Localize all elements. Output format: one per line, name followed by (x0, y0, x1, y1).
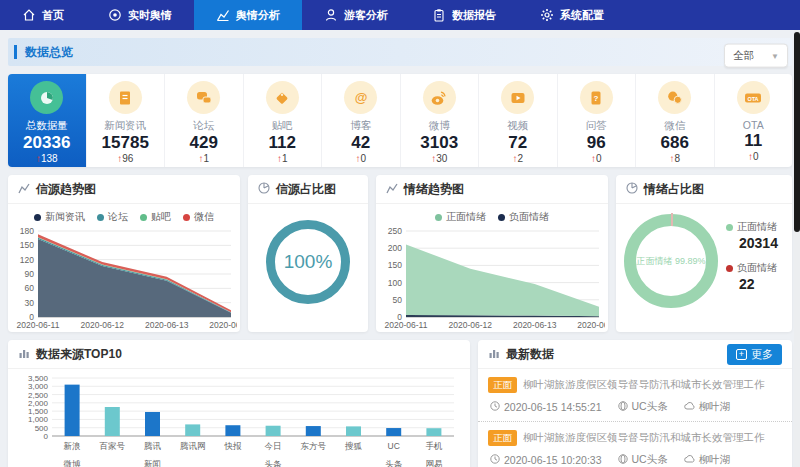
svg-text:微博: 微博 (64, 459, 82, 467)
stat-label: 论坛 (165, 119, 243, 133)
stat-value: 3103 (401, 133, 479, 153)
svg-text:2020-06-11: 2020-06-11 (17, 320, 60, 330)
list-item[interactable]: 正面 柳叶湖旅游度假区领导督导防汛和城市长效管理工作 2020-06-15 14… (478, 369, 792, 422)
clock-icon (490, 401, 500, 413)
stat-value: 112 (244, 133, 322, 153)
nav-label: 实时舆情 (128, 8, 172, 23)
video-icon (501, 81, 534, 114)
svg-text:150: 150 (388, 260, 402, 270)
nav-item-home[interactable]: 首页 (0, 0, 86, 30)
legend-item[interactable]: 正面情绪 20314 (726, 220, 778, 251)
stat-label: 视频 (479, 119, 557, 133)
weibo-icon (423, 81, 456, 114)
news-source: UC头条 (632, 400, 668, 414)
report-icon (432, 8, 446, 22)
qa-icon: ? (580, 81, 613, 114)
legend-item[interactable]: 负面情绪 (498, 210, 549, 224)
stat-card-video[interactable]: 视频 72 ↑2 (479, 74, 558, 167)
svg-text:东方号: 东方号 (301, 441, 327, 451)
stat-delta: ↑1 (165, 153, 243, 164)
stat-card-tieba[interactable]: 贴吧 112 ↑1 (244, 74, 323, 167)
stat-card-wechat[interactable]: 微信 686 ↑8 (636, 74, 715, 167)
sentiment-donut-chart: 正面情绪 99.89% (624, 214, 718, 308)
home-icon (22, 8, 36, 22)
legend-item[interactable]: 贴吧 (140, 210, 171, 224)
nav-item-report[interactable]: 数据报告 (410, 0, 518, 30)
news-source: UC头条 (632, 453, 668, 467)
svg-text:30: 30 (25, 298, 35, 308)
plus-icon: + (736, 349, 747, 360)
legend-item[interactable]: 微信 (183, 210, 214, 224)
list-item[interactable]: 正面 柳叶湖旅游度假区领导督导防汛和城市长效管理工作 2020-06-15 10… (478, 422, 792, 467)
svg-text:60: 60 (25, 283, 35, 293)
panel-source-pie: 信源占比图 100% (248, 175, 368, 332)
legend-value: 22 (739, 276, 778, 292)
news-time: 2020-06-15 10:20:33 (504, 454, 602, 466)
stat-label: 总数据量 (8, 119, 86, 133)
scrollbar-track[interactable] (794, 30, 800, 467)
nav-item-realtime[interactable]: 实时舆情 (86, 0, 194, 30)
stat-card-total[interactable]: 总数据量 20336 ↑138 (8, 74, 87, 167)
svg-text:@: @ (354, 90, 367, 105)
news-time: 2020-06-15 14:55:21 (504, 401, 602, 413)
legend-item[interactable]: 负面情绪 22 (726, 261, 778, 292)
panel-title: 数据来源TOP10 (36, 346, 122, 363)
svg-text:50: 50 (393, 295, 403, 305)
nav-label: 首页 (42, 8, 64, 23)
svg-text:百家号: 百家号 (100, 441, 126, 451)
nav-item-visitor[interactable]: 游客分析 (302, 0, 410, 30)
svg-text:2020-06-11: 2020-06-11 (385, 320, 428, 330)
more-button[interactable]: + 更多 (727, 344, 782, 365)
stat-card-weibo[interactable]: 微博 3103 ↑30 (401, 74, 480, 167)
donut-center-label: 正面情绪 99.89% (636, 255, 705, 268)
stat-card-ota[interactable]: OTA OTA 11 ↑0 (715, 74, 793, 167)
stat-card-qa[interactable]: ? 问答 96 ↑0 (558, 74, 637, 167)
source-donut-chart: 100% (266, 220, 350, 304)
stat-label: 问答 (558, 119, 636, 133)
news-title[interactable]: 柳叶湖旅游度假区领导督导防汛和城市长效管理工作 (523, 431, 765, 445)
filter-dropdown[interactable]: 全部 ▼ (724, 44, 788, 68)
nav-item-analysis[interactable]: 舆情分析 (194, 0, 302, 30)
ota-icon: OTA (737, 81, 770, 114)
svg-text:3,500: 3,500 (28, 374, 49, 383)
svg-text:2020-06-12: 2020-06-12 (81, 320, 125, 330)
globe-icon (618, 454, 628, 466)
charts-row: 信源趋势图 新闻资讯论坛贴吧微信 03060901201501802020-06… (8, 175, 792, 332)
nav-label: 系统配置 (560, 8, 604, 23)
legend-item[interactable]: 正面情绪 (435, 210, 486, 224)
stat-value: 15785 (87, 133, 165, 153)
svg-text:3,000: 3,000 (28, 382, 49, 391)
scrollbar-thumb[interactable] (794, 32, 800, 232)
panel-title: 情绪趋势图 (404, 181, 464, 198)
svg-text:OTA: OTA (748, 95, 759, 101)
panel-sentiment-trend: 情绪趋势图 正面情绪负面情绪 0501001502002502020-06-11… (376, 175, 608, 332)
donut-negative-sliver (671, 213, 673, 226)
news-title[interactable]: 柳叶湖旅游度假区领导督导防汛和城市长效管理工作 (523, 378, 765, 392)
stat-card-forum[interactable]: 论坛 429 ↑1 (165, 74, 244, 167)
panel-latest: 最新数据 + 更多 正面 柳叶湖旅游度假区领导督导防汛和城市长效管理工作 202… (478, 340, 792, 467)
tag-icon (266, 81, 299, 114)
section-header: 数据总览 全部 ▼ (8, 38, 792, 66)
svg-text:120: 120 (20, 255, 34, 265)
forum-icon (187, 81, 220, 114)
target-icon (108, 8, 122, 22)
legend-item[interactable]: 新闻资讯 (34, 210, 85, 224)
stat-delta: ↑8 (636, 153, 714, 164)
user-icon (324, 8, 338, 22)
stat-label: 新闻资讯 (87, 119, 165, 133)
donut-center-label: 100% (284, 251, 333, 273)
svg-text:250: 250 (388, 226, 402, 236)
legend-item[interactable]: 论坛 (97, 210, 128, 224)
stat-card-news[interactable]: 新闻资讯 15785 ↑96 (87, 74, 166, 167)
nav-item-settings[interactable]: 系统配置 (518, 0, 626, 30)
page-title: 数据总览 (25, 44, 73, 61)
stat-value: 20336 (8, 133, 86, 153)
sentiment-badge: 正面 (488, 377, 517, 393)
svg-text:0: 0 (44, 432, 49, 441)
svg-text:2,000: 2,000 (28, 399, 49, 408)
svg-text:150: 150 (20, 240, 34, 250)
panel-top10: 数据来源TOP10 05001,0001,5002,0002,5003,0003… (8, 340, 470, 467)
stat-value: 72 (479, 133, 557, 153)
svg-text:2,500: 2,500 (28, 391, 49, 400)
stat-card-blog[interactable]: @ 博客 42 ↑0 (322, 74, 401, 167)
